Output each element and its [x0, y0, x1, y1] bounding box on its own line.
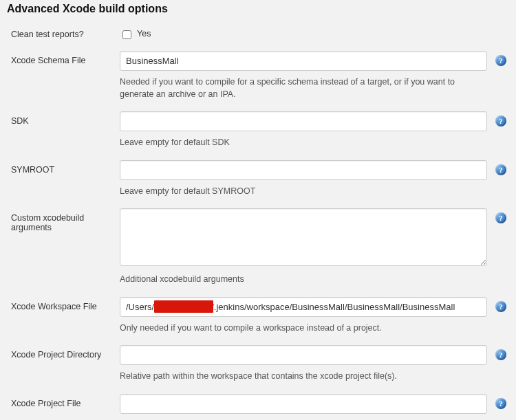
clean-reports-yes-label: Yes [137, 29, 151, 38]
row-workspace: Xcode Workspace File ? [11, 297, 509, 317]
help-icon[interactable]: ? [495, 301, 506, 312]
label-workspace: Xcode Workspace File [11, 297, 120, 311]
label-symroot: SYMROOT [11, 160, 120, 175]
symroot-input[interactable] [120, 160, 487, 180]
label-schema: Xcode Schema File [11, 51, 120, 65]
label-sdk: SDK [11, 111, 120, 126]
label-clean-reports: Clean test reports? [11, 25, 120, 39]
row-project-dir: Xcode Project Directory ? [11, 345, 509, 365]
clean-reports-checkbox[interactable] [122, 30, 131, 39]
custom-args-textarea[interactable] [120, 208, 487, 266]
help-icon[interactable]: ? [495, 398, 506, 409]
project-file-input[interactable] [120, 394, 487, 414]
help-icon[interactable]: ? [495, 212, 506, 223]
help-icon[interactable]: ? [495, 55, 506, 66]
row-symroot: SYMROOT ? [11, 160, 509, 180]
label-custom-args: Custom xcodebuild arguments [11, 208, 120, 232]
row-sdk: SDK ? [11, 111, 509, 131]
row-custom-args: Custom xcodebuild arguments ? [11, 208, 509, 268]
label-project-file: Xcode Project File [11, 394, 120, 408]
hint-project-dir: Relative path within the workspace that … [120, 371, 487, 383]
row-clean-reports: Clean test reports? Yes [11, 25, 509, 49]
hint-schema: Needed if you want to compile for a spec… [120, 76, 487, 100]
hint-custom-args: Additional xcodebuild arguments [120, 274, 487, 286]
page-title: Advanced Xcode build options [7, 3, 509, 15]
schema-input[interactable] [120, 51, 487, 71]
help-icon[interactable]: ? [495, 115, 506, 126]
hint-sdk: Leave empty for default SDK [120, 137, 487, 149]
xcode-options-form: Clean test reports? Yes Xcode Schema Fil… [7, 25, 509, 420]
label-project-dir: Xcode Project Directory [11, 345, 120, 360]
hint-workspace: Only needed if you want to compile a wor… [120, 322, 487, 335]
row-schema: Xcode Schema File ? [11, 51, 509, 71]
sdk-input[interactable] [120, 111, 487, 131]
workspace-input[interactable] [120, 297, 487, 317]
row-project-file: Xcode Project File ? [11, 394, 509, 414]
project-dir-input[interactable] [120, 345, 487, 365]
help-icon[interactable]: ? [495, 349, 506, 360]
hint-symroot: Leave empty for default SYMROOT [120, 186, 487, 198]
help-icon[interactable]: ? [495, 164, 506, 175]
